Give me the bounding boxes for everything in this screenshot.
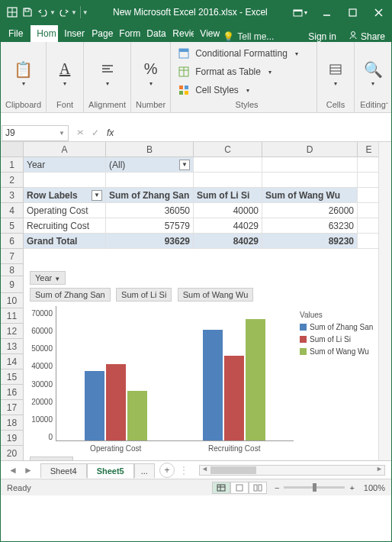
pivot-gt-val[interactable]: 93629 bbox=[106, 234, 194, 249]
row-header[interactable]: 15 bbox=[1, 369, 24, 385]
excel-icon[interactable] bbox=[5, 5, 19, 19]
row-header[interactable]: 20 bbox=[1, 446, 24, 460]
sign-in[interactable]: Sign in bbox=[302, 31, 342, 42]
redo-dropdown-icon[interactable]: ▼ bbox=[71, 9, 77, 16]
row-header[interactable]: 5 bbox=[1, 218, 24, 234]
row-header[interactable]: 4 bbox=[1, 203, 24, 218]
redo-icon[interactable] bbox=[57, 5, 71, 19]
view-page-layout-icon[interactable] bbox=[230, 482, 249, 494]
tab-view[interactable]: View bbox=[194, 25, 220, 42]
tab-home[interactable]: Hom bbox=[31, 25, 58, 42]
maximize-icon[interactable] bbox=[339, 1, 365, 24]
number-button[interactable]: %▾ bbox=[137, 50, 165, 95]
row-header[interactable]: 7 bbox=[1, 249, 24, 264]
alignment-button[interactable]: ▾ bbox=[94, 50, 121, 95]
bar-zhang-san[interactable] bbox=[85, 371, 104, 440]
bar-wang-wu[interactable] bbox=[246, 319, 265, 440]
pivot-col-h3[interactable]: Sum of Wang Wu bbox=[262, 188, 358, 203]
filter-dropdown-icon[interactable]: ▼ bbox=[179, 160, 190, 170]
undo-icon[interactable] bbox=[36, 5, 50, 19]
col-header-c[interactable]: C bbox=[194, 142, 262, 156]
bar-wang-wu[interactable] bbox=[127, 391, 147, 440]
pivot-gt-val[interactable]: 84029 bbox=[194, 234, 262, 249]
sheet-tab-more[interactable]: ... bbox=[134, 463, 155, 478]
chart-filter-s1[interactable]: Sum of Zhang San bbox=[30, 288, 111, 302]
sheet-tab-sheet5[interactable]: Sheet5 bbox=[87, 463, 134, 479]
cell[interactable] bbox=[262, 157, 358, 173]
col-header-b[interactable]: B bbox=[106, 142, 194, 156]
pivot-row-labels[interactable]: Row Labels▼ bbox=[24, 188, 106, 203]
pivot-year-value[interactable]: (All)▼ bbox=[106, 157, 194, 173]
chart-filter-usage[interactable]: Usage▼ bbox=[30, 457, 73, 460]
row-header[interactable]: 12 bbox=[1, 324, 24, 339]
zoom-in-button[interactable]: + bbox=[349, 483, 354, 492]
chart-filter-s2[interactable]: Sum of Li Si bbox=[116, 288, 172, 302]
ribbon-options-icon[interactable]: ▼ bbox=[288, 1, 313, 24]
save-icon[interactable] bbox=[21, 5, 34, 19]
vertical-scrollbar[interactable] bbox=[378, 142, 391, 460]
cell[interactable] bbox=[358, 173, 381, 188]
cell[interactable] bbox=[194, 157, 262, 173]
share-button[interactable]: Share bbox=[342, 31, 391, 42]
cell-styles-button[interactable]: Cell Styles▾ bbox=[177, 82, 316, 98]
cell[interactable] bbox=[358, 234, 381, 249]
pivot-chart[interactable]: Year▼ Sum of Zhang San Sum of Li Si Sum … bbox=[24, 266, 379, 460]
bar-li-si[interactable] bbox=[224, 356, 244, 440]
row-header[interactable]: 18 bbox=[1, 415, 24, 431]
enter-formula-icon[interactable]: ✓ bbox=[92, 127, 99, 138]
col-header-a[interactable]: A bbox=[24, 142, 106, 156]
pivot-row[interactable]: Operating Cost bbox=[24, 203, 106, 218]
row-header[interactable]: 2 bbox=[1, 173, 24, 188]
close-icon[interactable] bbox=[365, 1, 391, 24]
cells-button[interactable]: ▾ bbox=[322, 50, 349, 95]
col-header-d[interactable]: D bbox=[262, 142, 358, 156]
pivot-val[interactable]: 57579 bbox=[106, 218, 194, 234]
cell[interactable] bbox=[358, 218, 381, 234]
tab-insert[interactable]: Inser bbox=[58, 25, 85, 42]
new-sheet-button[interactable]: + bbox=[159, 463, 175, 478]
tab-page-layout[interactable]: Page bbox=[85, 25, 113, 42]
tell-me[interactable]: 💡Tell me... bbox=[220, 31, 277, 42]
zoom-handle[interactable] bbox=[313, 483, 316, 492]
paste-button[interactable]: 📋▾ bbox=[10, 50, 37, 95]
cell[interactable] bbox=[358, 203, 381, 218]
filter-dropdown-icon[interactable]: ▼ bbox=[92, 190, 102, 201]
chevron-down-icon[interactable]: ▼ bbox=[59, 130, 65, 137]
fx-icon[interactable]: fx bbox=[107, 127, 114, 138]
cell-grid[interactable]: Year (All)▼ Row Labels▼ Sum of Zhang San… bbox=[24, 157, 391, 460]
row-header[interactable]: 1 bbox=[1, 157, 24, 173]
legend-item[interactable]: Sum of Wang Wu bbox=[300, 347, 379, 356]
cell[interactable] bbox=[194, 173, 262, 188]
tab-review[interactable]: Revie bbox=[166, 25, 194, 42]
conditional-formatting-button[interactable]: Conditional Formatting▾ bbox=[177, 45, 316, 62]
row-header[interactable]: 10 bbox=[1, 293, 24, 308]
cell[interactable] bbox=[358, 188, 381, 203]
pivot-col-h2[interactable]: Sum of Li Si bbox=[194, 188, 262, 203]
chart-filter-year[interactable]: Year▼ bbox=[30, 271, 66, 285]
zoom-slider[interactable] bbox=[284, 486, 345, 489]
scrollbar-thumb[interactable] bbox=[210, 466, 256, 474]
pivot-val[interactable]: 63230 bbox=[262, 218, 358, 234]
select-all-corner[interactable] bbox=[1, 142, 24, 156]
tab-data[interactable]: Data bbox=[140, 25, 166, 42]
pivot-val[interactable]: 36050 bbox=[106, 203, 194, 218]
row-header[interactable]: 16 bbox=[1, 385, 24, 400]
row-header[interactable]: 13 bbox=[1, 339, 24, 354]
sheet-prev-icon[interactable]: ◄ bbox=[8, 465, 18, 476]
sheet-tab-sheet4[interactable]: Sheet4 bbox=[40, 463, 87, 478]
qat-customize-icon[interactable]: ▼ bbox=[82, 9, 88, 16]
cell[interactable] bbox=[358, 157, 381, 173]
row-header[interactable]: 8 bbox=[1, 264, 24, 276]
row-header[interactable]: 3 bbox=[1, 188, 24, 203]
row-header[interactable]: 11 bbox=[1, 308, 24, 324]
cell[interactable] bbox=[24, 173, 106, 188]
zoom-level[interactable]: 100% bbox=[364, 483, 385, 492]
pivot-grand-total[interactable]: Grand Total bbox=[24, 234, 106, 249]
undo-dropdown-icon[interactable]: ▼ bbox=[50, 9, 56, 16]
row-header[interactable]: 19 bbox=[1, 431, 24, 446]
pivot-year-label[interactable]: Year bbox=[24, 157, 106, 173]
row-header[interactable]: 9 bbox=[1, 276, 24, 293]
row-header[interactable]: 14 bbox=[1, 354, 24, 369]
minimize-icon[interactable] bbox=[313, 1, 339, 24]
zoom-out-button[interactable]: − bbox=[275, 483, 279, 492]
